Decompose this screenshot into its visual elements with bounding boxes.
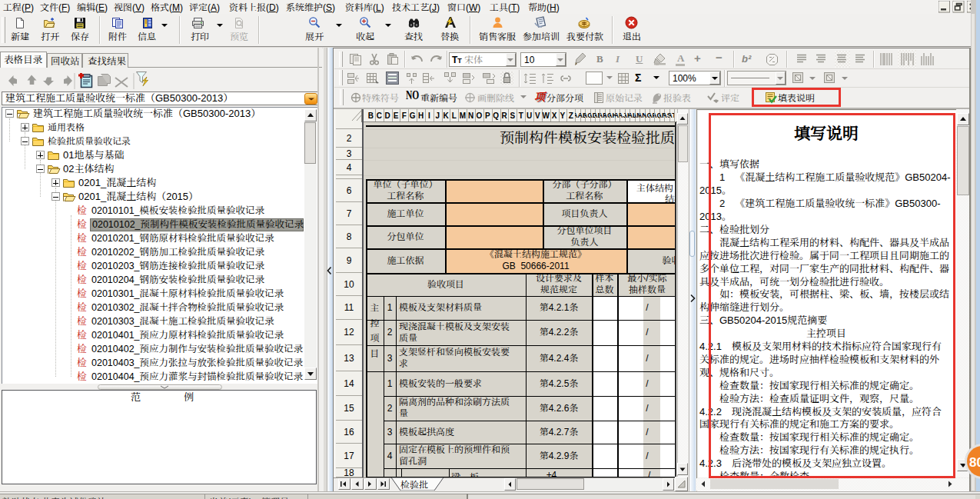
svg-text:800: 800: [969, 455, 980, 470]
